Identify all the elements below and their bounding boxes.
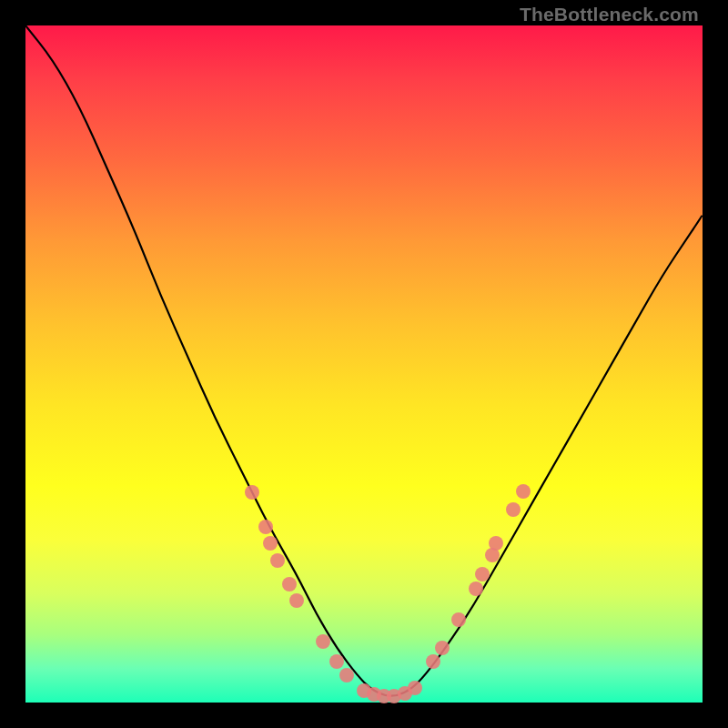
data-point <box>258 520 273 534</box>
data-point <box>270 553 285 568</box>
data-point <box>469 581 483 596</box>
data-point <box>426 654 440 669</box>
data-point <box>289 593 304 608</box>
curve-svg <box>25 25 703 703</box>
bottleneck-curve-path <box>25 25 703 696</box>
data-point <box>263 536 278 551</box>
data-point <box>329 654 344 669</box>
data-point <box>245 485 259 500</box>
data-point <box>451 612 466 627</box>
data-point <box>489 536 503 551</box>
data-point <box>408 681 422 695</box>
data-point <box>339 668 354 682</box>
plot-area <box>25 25 703 703</box>
data-point <box>516 484 531 499</box>
chart-frame <box>25 25 703 703</box>
data-point <box>282 577 297 592</box>
data-point <box>475 567 490 581</box>
data-point <box>506 502 521 517</box>
data-point <box>316 634 330 649</box>
data-point <box>435 641 450 655</box>
watermark-text: TheBottleneck.com <box>520 4 699 25</box>
